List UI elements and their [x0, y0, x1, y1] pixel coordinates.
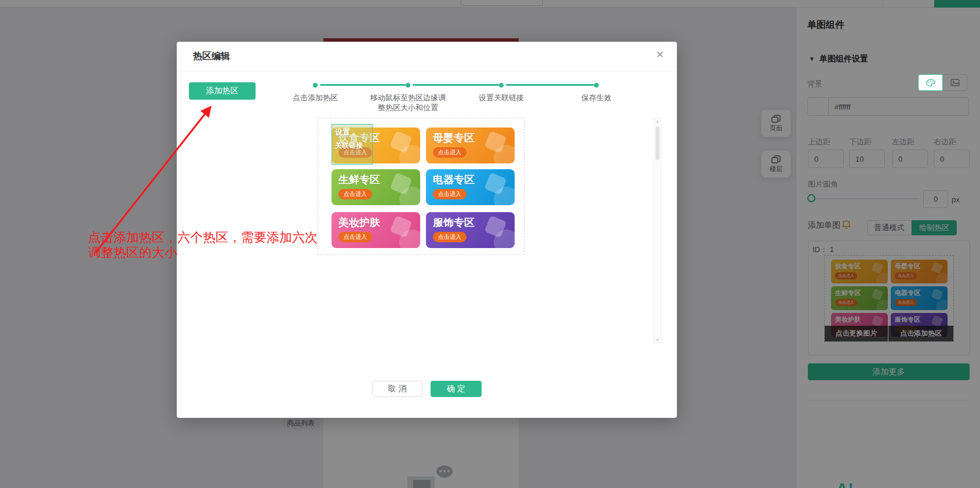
tile-title: 生鲜专区 — [338, 173, 380, 187]
add-hotspot-button[interactable]: 添加热区 — [189, 82, 256, 100]
tile-badge: 点击进入 — [338, 189, 372, 199]
step-line-3 — [506, 84, 594, 86]
tile-fresh[interactable]: 生鲜专区 点击进入 — [331, 169, 420, 205]
palette-icon — [926, 79, 935, 87]
page-builder-screen: 商品列表 页面 楼层 单图组件 ▼ 单图组件设置 背景 #ffffff 上边距 … — [0, 0, 980, 488]
step-label-2: 移动鼠标至热区边缘调整热区大小和位置 — [367, 93, 449, 112]
modal-header-divider — [177, 71, 677, 71]
step-label-4: 保存生效 — [562, 93, 631, 103]
scroll-up-icon[interactable]: ▲ — [654, 119, 661, 123]
tile-appliance[interactable]: 电器专区 点击进入 — [426, 169, 515, 205]
step-line-1 — [320, 84, 406, 86]
tile-title: 服饰专区 — [433, 216, 475, 230]
modal-title: 热区编辑 — [193, 50, 230, 63]
step-dot-1 — [313, 83, 318, 88]
step-label-1: 点击添加热区 — [269, 93, 362, 103]
hotspot-overlay-line1[interactable]: 设置 — [335, 127, 350, 137]
tile-baby[interactable]: 母婴专区 点击进入 — [426, 128, 515, 163]
step-label-3: 设置关联链接 — [455, 93, 548, 103]
step-line-2 — [413, 84, 499, 86]
tile-badge: 点击进入 — [433, 189, 467, 199]
confirm-button[interactable]: 确 定 — [431, 381, 482, 397]
tile-clothes[interactable]: 服饰专区 点击进入 — [426, 212, 515, 248]
annotation-line-2: 调整热区的大小 — [88, 244, 177, 261]
tile-badge: 点击进入 — [433, 232, 467, 242]
close-icon[interactable]: ✕ — [656, 49, 664, 61]
step-dot-2 — [406, 83, 410, 88]
step-dot-3 — [499, 83, 504, 88]
hotspot-overlay-line2[interactable]: 关联链接 — [335, 141, 363, 151]
step-dot-4 — [594, 83, 599, 88]
tile-badge: 点击进入 — [338, 232, 372, 242]
tile-title: 母婴专区 — [433, 131, 475, 145]
hotspot-region-box[interactable]: 设置 关联链接 — [331, 124, 373, 165]
background-color-mode-button[interactable] — [918, 74, 943, 91]
modal-scrollbar[interactable]: ▲ ▼ — [654, 118, 661, 344]
tile-title: 电器专区 — [433, 173, 475, 187]
scrollbar-thumb[interactable] — [655, 126, 660, 160]
scroll-down-icon[interactable]: ▼ — [654, 338, 661, 342]
cancel-button[interactable]: 取 消 — [372, 381, 422, 397]
tile-badge: 点击进入 — [433, 147, 467, 158]
tile-beauty[interactable]: 美妆护肤 点击进入 — [331, 212, 420, 248]
tile-title: 美妆护肤 — [338, 216, 380, 230]
